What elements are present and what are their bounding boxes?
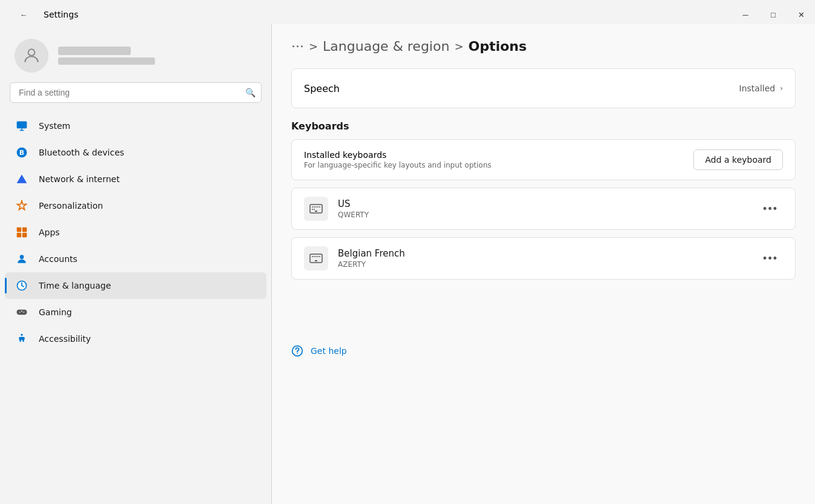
- gamepad-icon: [15, 305, 29, 319]
- sidebar-item-apps[interactable]: Apps: [5, 219, 266, 246]
- keyboards-heading: Keyboards: [291, 120, 796, 132]
- apps-icon: [15, 225, 29, 240]
- us-keyboard-row: US QWERTY •••: [292, 188, 795, 229]
- svg-rect-28: [315, 260, 317, 261]
- titlebar-controls: ─ □ ✕: [731, 5, 815, 24]
- speech-status-text: Installed: [739, 83, 776, 93]
- speech-row[interactable]: Speech Installed ›: [292, 69, 795, 108]
- sidebar: 🔍 System B Blue: [0, 24, 271, 504]
- sidebar-item-network-label: Network & internet: [39, 174, 120, 184]
- sidebar-item-gaming-label: Gaming: [39, 307, 72, 317]
- sidebar-item-time-language-label: Time & language: [39, 281, 111, 290]
- sidebar-item-accessibility[interactable]: Accessibility: [5, 326, 266, 352]
- sidebar-item-accounts-label: Accounts: [39, 254, 78, 264]
- get-help-label: Get help: [311, 346, 347, 356]
- keyboard-info: Installed keyboards For language-specifi…: [304, 150, 492, 169]
- nav-list: System B Bluetooth & devices Network &: [0, 113, 271, 352]
- breadcrumb-sep1: >: [309, 40, 318, 53]
- speech-status[interactable]: Installed ›: [739, 83, 783, 93]
- account-icon: [15, 252, 29, 266]
- us-keyboard-info: US QWERTY: [338, 198, 369, 219]
- sidebar-item-system[interactable]: System: [5, 113, 266, 139]
- user-section: [0, 24, 271, 82]
- user-info: [58, 47, 155, 65]
- main-content: ··· > Language & region > Options Speech…: [272, 24, 815, 504]
- monitor-icon: [15, 119, 29, 133]
- belgian-keyboard-icon: [304, 246, 328, 270]
- us-keyboard-layout: QWERTY: [338, 211, 369, 219]
- svg-rect-8: [22, 233, 27, 238]
- titlebar: ← Settings ─ □ ✕: [0, 0, 815, 24]
- belgian-keyboard-name: Belgian French: [338, 248, 405, 259]
- back-button[interactable]: ←: [10, 5, 38, 24]
- svg-point-0: [28, 49, 35, 56]
- user-name: [58, 47, 131, 55]
- svg-rect-7: [17, 233, 22, 238]
- us-keyboard-card: US QWERTY •••: [291, 188, 796, 230]
- sidebar-item-personalization[interactable]: Personalization: [5, 192, 266, 219]
- sidebar-item-bluetooth[interactable]: B Bluetooth & devices: [5, 139, 266, 166]
- sidebar-item-network[interactable]: Network & internet: [5, 166, 266, 192]
- sidebar-item-apps-label: Apps: [39, 227, 60, 237]
- sidebar-item-system-label: System: [39, 121, 70, 131]
- sidebar-item-time-language[interactable]: Time & language: [5, 272, 266, 299]
- svg-rect-5: [17, 227, 22, 232]
- speech-label: Speech: [304, 83, 340, 94]
- get-help-row[interactable]: Get help: [291, 335, 796, 367]
- svg-point-9: [20, 255, 24, 259]
- svg-text:B: B: [19, 149, 24, 157]
- installed-keyboards-card: Installed keyboards For language-specifi…: [291, 139, 796, 180]
- sidebar-item-accessibility-label: Accessibility: [39, 334, 91, 344]
- belgian-keyboard-info: Belgian French AZERTY: [338, 248, 405, 269]
- speech-card: Speech Installed ›: [291, 68, 796, 108]
- breadcrumb-dots[interactable]: ···: [291, 39, 304, 54]
- sidebar-item-personalization-label: Personalization: [39, 201, 103, 211]
- installed-keyboards-label: Installed keyboards: [304, 150, 492, 160]
- user-email: [58, 57, 155, 65]
- svg-point-32: [297, 353, 298, 354]
- svg-rect-21: [315, 211, 317, 212]
- search-input[interactable]: [10, 82, 262, 103]
- spacer: [291, 287, 796, 335]
- bluetooth-icon: B: [15, 145, 29, 160]
- us-keyboard-menu-button[interactable]: •••: [758, 200, 783, 218]
- close-button[interactable]: ✕: [787, 5, 815, 24]
- sidebar-item-bluetooth-label: Bluetooth & devices: [39, 148, 124, 157]
- svg-rect-6: [22, 227, 27, 232]
- installed-keyboards-sub: For language-specific key layouts and in…: [304, 161, 492, 169]
- belgian-keyboard-card: Belgian French AZERTY ••• 1: [291, 237, 796, 280]
- svg-marker-4: [17, 175, 27, 183]
- breadcrumb-sep2: >: [454, 40, 463, 53]
- minimize-button[interactable]: ─: [731, 5, 759, 24]
- titlebar-left: ← Settings: [0, 5, 78, 24]
- installed-keyboards-row: Installed keyboards For language-specifi…: [292, 140, 795, 180]
- avatar: [15, 39, 48, 73]
- search-box: 🔍: [10, 82, 262, 103]
- maximize-button[interactable]: □: [759, 5, 787, 24]
- svg-point-12: [21, 334, 22, 336]
- brush-icon: [15, 198, 29, 213]
- breadcrumb: ··· > Language & region > Options: [291, 39, 796, 54]
- us-keyboard-icon: [304, 197, 328, 221]
- belgian-keyboard-layout: AZERTY: [338, 260, 405, 269]
- us-keyboard-name: US: [338, 198, 369, 209]
- network-icon: [15, 172, 29, 186]
- sidebar-item-accounts[interactable]: Accounts: [5, 246, 266, 272]
- svg-rect-1: [17, 122, 27, 129]
- sidebar-item-gaming[interactable]: Gaming: [5, 299, 266, 326]
- belgian-keyboard-menu-button[interactable]: •••: [758, 250, 783, 267]
- breadcrumb-current: Options: [468, 39, 526, 54]
- belgian-keyboard-row: Belgian French AZERTY •••: [292, 238, 795, 279]
- help-icon: [291, 345, 303, 357]
- clock-icon: [15, 278, 29, 293]
- chevron-right-icon: ›: [780, 84, 783, 93]
- add-keyboard-button[interactable]: Add a keyboard: [693, 149, 783, 170]
- app-body: 🔍 System B Blue: [0, 24, 815, 504]
- accessibility-icon: [15, 332, 29, 346]
- app-title: Settings: [44, 10, 78, 19]
- breadcrumb-parent[interactable]: Language & region: [323, 39, 449, 54]
